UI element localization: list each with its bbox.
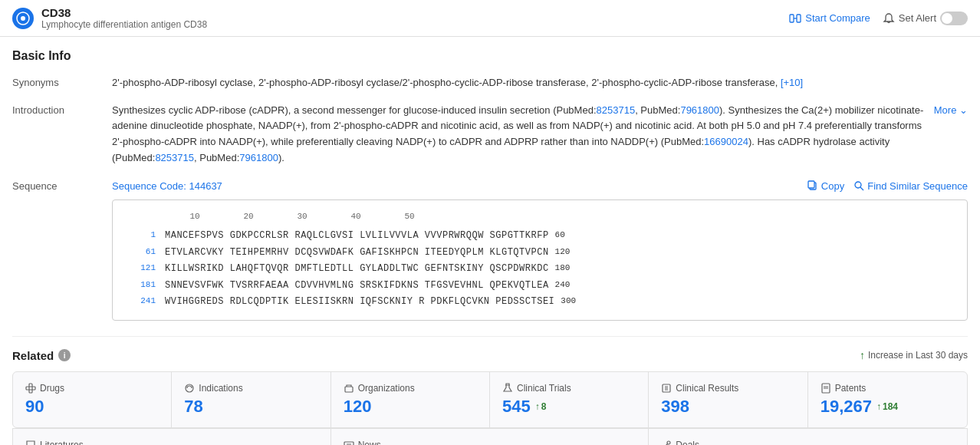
seq-num-2: 61 (125, 245, 156, 262)
ruler-30: 30 (275, 209, 329, 225)
organizations-value: 120 (344, 397, 477, 417)
synonyms-value: 2'-phospho-ADP-ribosyl cyclase, 2'-phosp… (112, 75, 968, 91)
news-label-text: News (358, 440, 381, 445)
stat-clinical-trials[interactable]: Clinical Trials 545 ↑ 8 (490, 372, 649, 427)
organizations-icon (344, 383, 354, 394)
stat-indications[interactable]: Indications 78 (172, 372, 331, 427)
indications-label-text: Indications (199, 383, 242, 394)
main-content: Basic Info Synonyms 2'-phospho-ADP-ribos… (0, 37, 980, 445)
pubmed-7961800-link2[interactable]: 7961800 (239, 152, 278, 163)
patents-label: Patents (821, 383, 955, 394)
start-compare-button[interactable]: Start Compare (789, 12, 870, 25)
seq-num-5: 241 (125, 294, 156, 311)
sequence-box: 10 20 30 40 50 1 MANCEFSPVS GDKPCCRLSR R… (112, 199, 968, 321)
clinical-results-count: 398 (661, 397, 689, 417)
ruler-20: 20 (222, 209, 275, 225)
basic-info-title: Basic Info (12, 49, 968, 63)
stats-grid-row2: Literatures 8,851 News 240 ↑ 3 (12, 428, 968, 445)
related-title-group: Related i (12, 349, 71, 362)
page-subtitle: Lymphocyte differentiation antigen CD38 (41, 19, 207, 30)
svg-rect-9 (29, 384, 32, 393)
svg-rect-12 (345, 387, 353, 392)
header-title-group: CD38 Lymphocyte differentiation antigen … (41, 6, 207, 30)
news-label: News (344, 440, 636, 445)
seq-end-3: 180 (555, 261, 571, 278)
related-info-badge[interactable]: i (58, 349, 71, 361)
deals-icon (661, 440, 672, 445)
drugs-value: 90 (25, 397, 159, 417)
svg-rect-3 (797, 15, 801, 22)
organizations-label: Organizations (344, 383, 477, 394)
seq-row-1: 1 MANCEFSPVS GDKPCCRLSR RAQLCLGVSI LVLIL… (125, 228, 955, 245)
stat-news[interactable]: News 240 ↑ 3 (331, 428, 649, 445)
increase-label: ↑ Increase in Last 30 days (860, 349, 968, 361)
synonyms-more-link[interactable]: [+10] (781, 77, 803, 88)
patents-label-text: Patents (835, 383, 867, 394)
copy-button[interactable]: Copy (807, 179, 844, 194)
patents-delta-arrow: ↑ (876, 401, 881, 412)
organizations-label-text: Organizations (358, 383, 415, 394)
stat-deals[interactable]: Deals 20 ↑ 1 (649, 428, 967, 445)
stat-clinical-results[interactable]: Clinical Results 398 (649, 372, 807, 427)
indications-value: 78 (184, 397, 317, 417)
start-compare-label: Start Compare (805, 12, 870, 24)
pubmed-8253715-link2[interactable]: 8253715 (155, 152, 194, 163)
clinical-results-value: 398 (661, 397, 794, 417)
set-alert-label: Set Alert (899, 12, 936, 24)
stat-literatures[interactable]: Literatures 8,851 (13, 428, 331, 445)
sequence-code-link[interactable]: Sequence Code: 144637 (112, 179, 222, 194)
copy-label: Copy (821, 179, 844, 194)
sequence-value: Sequence Code: 144637 Copy (112, 179, 968, 321)
related-header: Related i ↑ Increase in Last 30 days (12, 336, 968, 362)
synonyms-text: 2'-phospho-ADP-ribosyl cyclase, 2'-phosp… (112, 77, 778, 88)
pubmed-8253715-link1[interactable]: 8253715 (597, 104, 636, 116)
stat-organizations[interactable]: Organizations 120 (331, 372, 490, 427)
svg-point-25 (667, 441, 670, 444)
set-alert-toggle[interactable] (940, 12, 968, 25)
toggle-knob (942, 13, 952, 24)
find-similar-label: Find Similar Sequence (867, 179, 968, 194)
patents-icon (821, 383, 831, 394)
stat-patents[interactable]: Patents 19,267 ↑ 184 (808, 372, 967, 427)
svg-rect-2 (790, 15, 794, 22)
cd38-icon (12, 8, 34, 29)
introduction-value: Synthesizes cyclic ADP-ribose (cADPR), a… (112, 103, 968, 166)
seq-end-5: 300 (561, 294, 576, 311)
set-alert-button[interactable]: Set Alert (883, 12, 968, 25)
find-similar-button[interactable]: Find Similar Sequence (853, 179, 968, 194)
seq-data-5: WVIHGGREDS RDLCQDPTIK ELESIISKRN IQFSCKN… (165, 294, 554, 311)
organizations-count: 120 (344, 397, 372, 417)
sequence-row: Sequence Sequence Code: 144637 Copy (12, 179, 968, 321)
stats-grid-row1: Drugs 90 Indications 78 (12, 371, 968, 428)
seq-end-1: 60 (555, 228, 565, 245)
clinical-results-label: Clinical Results (661, 383, 794, 394)
more-link[interactable]: More ⌄ (928, 103, 968, 118)
patents-count: 19,267 (821, 397, 872, 417)
more-anchor[interactable]: More ⌄ (934, 103, 968, 118)
pubmed-7961800-link1[interactable]: 7961800 (680, 104, 719, 116)
clinical-trials-delta-arrow: ↑ (535, 401, 540, 412)
pubmed-16690024-link[interactable]: 16690024 (704, 136, 748, 147)
synonyms-label: Synonyms (12, 75, 112, 91)
header-actions: Start Compare Set Alert (789, 12, 968, 25)
seq-num-4: 181 (125, 278, 156, 295)
introduction-label: Introduction (12, 103, 112, 166)
seq-end-4: 240 (555, 278, 571, 295)
stat-drugs[interactable]: Drugs 90 (13, 372, 172, 427)
find-similar-icon (853, 180, 864, 191)
drugs-icon (25, 383, 36, 394)
header-left: CD38 Lymphocyte differentiation antigen … (12, 6, 207, 30)
basic-info-section: Basic Info Synonyms 2'-phospho-ADP-ribos… (12, 49, 968, 321)
sequence-actions: Copy Find Similar Sequence (807, 179, 968, 194)
seq-row-2: 61 ETVLARCVKY TEIHPEMRHV DCQSVWDAFK GAFI… (125, 245, 955, 262)
clinical-trials-label-text: Clinical Trials (517, 383, 571, 394)
seq-data-4: SNNEVSVFWK TVSRRFAEAA CDVVHVMLNG SRSKIFD… (165, 278, 549, 295)
deals-label-text: Deals (676, 440, 699, 445)
seq-row-4: 181 SNNEVSVFWK TVSRRFAEAA CDVVHVMLNG SRS… (125, 278, 955, 295)
deals-label: Deals (661, 440, 955, 445)
svg-line-8 (860, 187, 863, 190)
svg-rect-10 (26, 387, 35, 390)
intro-main: Synthesizes cyclic ADP-ribose (cADPR), a… (112, 103, 928, 166)
patents-delta-value: 184 (883, 401, 898, 412)
seq-num-1: 1 (125, 228, 156, 245)
